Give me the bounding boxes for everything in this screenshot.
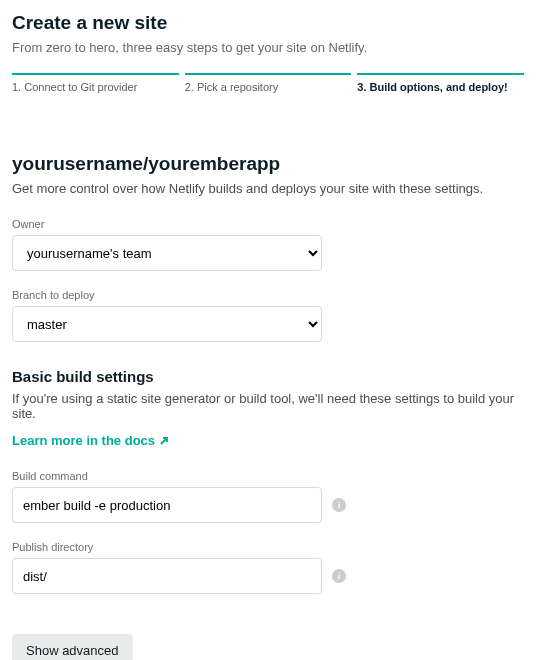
docs-link-label: Learn more in the docs [12,433,155,448]
info-icon[interactable]: i [332,569,346,583]
publish-dir-input[interactable] [12,558,322,594]
step-connect-git[interactable]: 1. Connect to Git provider [12,73,179,93]
owner-label: Owner [12,218,524,230]
step-label: 1. Connect to Git provider [12,81,179,93]
steps-nav: 1. Connect to Git provider 2. Pick a rep… [12,73,524,93]
step-label: 2. Pick a repository [185,81,352,93]
branch-label: Branch to deploy [12,289,524,301]
step-label: 3. Build options, and deploy! [357,81,524,93]
branch-select[interactable]: master [12,306,322,342]
build-settings-title: Basic build settings [12,368,524,385]
info-icon[interactable]: i [332,498,346,512]
page-title: Create a new site [12,12,524,34]
show-advanced-button[interactable]: Show advanced [12,634,133,660]
repo-title: yourusername/youremberapp [12,153,524,175]
docs-link[interactable]: Learn more in the docs [12,433,169,448]
build-settings-desc: If you're using a static site generator … [12,391,524,421]
page-subtitle: From zero to hero, three easy steps to g… [12,40,524,55]
step-build-deploy[interactable]: 3. Build options, and deploy! [357,73,524,93]
owner-select[interactable]: yourusername's team [12,235,322,271]
repo-subtitle: Get more control over how Netlify builds… [12,181,524,196]
build-command-label: Build command [12,470,524,482]
build-command-input[interactable] [12,487,322,523]
step-pick-repo[interactable]: 2. Pick a repository [185,73,352,93]
external-link-icon [159,436,169,446]
publish-dir-label: Publish directory [12,541,524,553]
